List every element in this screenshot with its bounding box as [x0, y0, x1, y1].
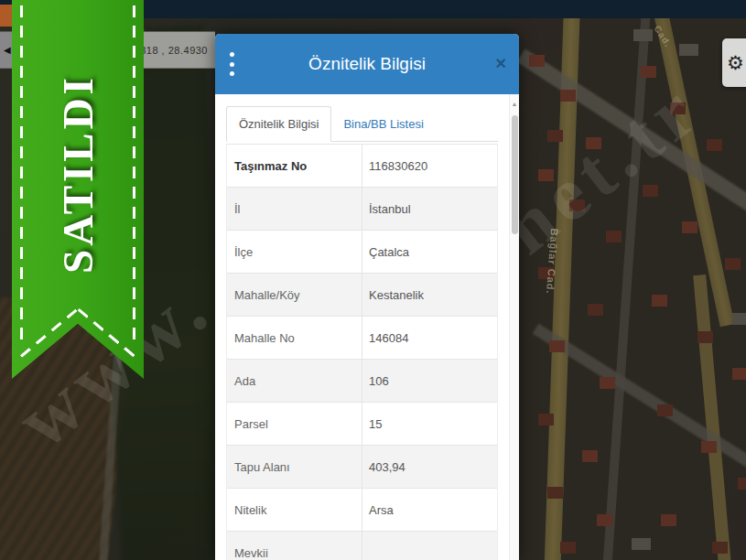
tab-bina-bb-listesi[interactable]: Bina/BB Listesi	[331, 107, 435, 141]
tab-bar: Öznitelik Bilgisi Bina/BB Listesi	[226, 106, 498, 142]
scroll-up-icon[interactable]: ▲	[510, 94, 519, 107]
gear-icon: ⚙	[727, 53, 744, 72]
modal-body: Öznitelik Bilgisi Bina/BB Listesi Taşınm…	[215, 94, 509, 560]
ribbon-label: SATILDI	[50, 18, 105, 329]
satildi-ribbon: SATILDI	[12, 0, 144, 379]
table-row: İl İstanbul	[227, 188, 497, 231]
ribbon-dashed-border	[20, 0, 23, 348]
table-row: İlçe Çatalca	[227, 231, 497, 274]
close-icon[interactable]: ✕	[495, 57, 507, 71]
table-row: Mahalle No 146084	[227, 317, 497, 360]
modal-header: Öznitelik Bilgisi ✕	[215, 34, 519, 94]
table-row: Ada 106	[227, 360, 497, 403]
table-row: Nitelik Arsa	[227, 489, 497, 532]
table-row: Parsel 15	[227, 403, 497, 446]
table-row: Tapu Alanı 403,94	[227, 446, 497, 489]
scrollbar-thumb[interactable]	[512, 115, 518, 234]
modal-title: Öznitelik Bilgisi	[308, 54, 426, 74]
ribbon-dashed-border	[133, 0, 135, 348]
modal-scrollbar[interactable]: ▲	[509, 94, 519, 560]
table-row: Mevkii	[227, 532, 497, 560]
kebab-menu-icon[interactable]	[230, 50, 243, 78]
attribute-table: Taşınmaz No 116830620 İl İstanbul İlçe Ç…	[226, 144, 498, 560]
app-window: www. net.tr Bağlar Cad. Cad. ◀ 41.2318 ,…	[0, 0, 746, 560]
tab-oznitelik-bilgisi[interactable]: Öznitelik Bilgisi	[226, 106, 331, 142]
attribute-info-modal: Öznitelik Bilgisi ✕ Öznitelik Bilgisi Bi…	[215, 34, 519, 560]
logo-fragment	[0, 5, 12, 27]
table-row: Taşınmaz No 116830620	[227, 145, 497, 188]
settings-button[interactable]: ⚙	[722, 38, 746, 87]
table-row: Mahalle/Köy Kestanelik	[227, 274, 497, 317]
collapse-arrow-icon: ◀	[4, 45, 11, 55]
